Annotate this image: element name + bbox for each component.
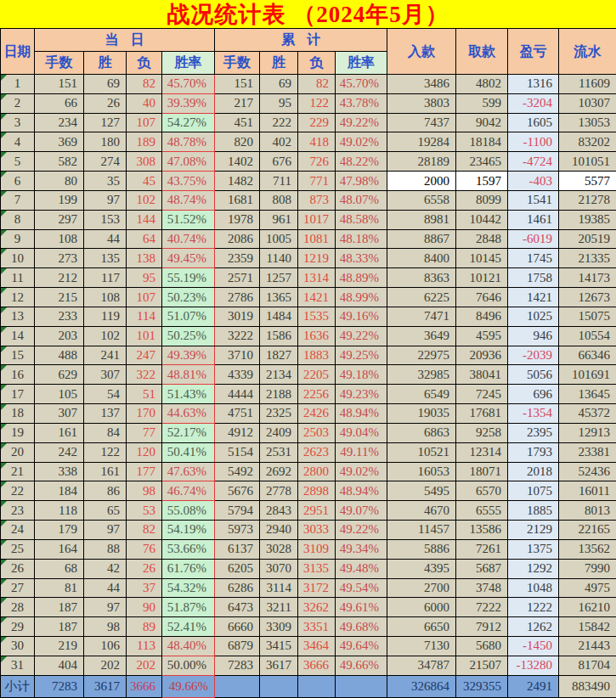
cell-withdraw[interactable]: 599: [456, 93, 508, 113]
cell-withdraw[interactable]: 10145: [456, 249, 508, 268]
cell-turnover[interactable]: 10307: [559, 93, 616, 113]
cell-cum-winrate[interactable]: 48.33%: [336, 249, 387, 268]
cell-daily-losses[interactable]: 82: [127, 521, 162, 540]
cell-daily-wins[interactable]: 241: [84, 346, 127, 365]
cell-daily-wins[interactable]: 119: [84, 307, 127, 326]
cell-withdraw[interactable]: 1597: [456, 172, 508, 191]
cell-cum-wins[interactable]: [260, 675, 298, 697]
cell-pnl[interactable]: -6019: [508, 229, 559, 249]
cell-withdraw[interactable]: 7646: [456, 288, 508, 307]
cell-pnl[interactable]: -4724: [508, 152, 559, 172]
cell-cum-wins[interactable]: 1005: [260, 229, 298, 249]
cell-deposit[interactable]: 10521: [387, 442, 456, 462]
cell-turnover[interactable]: 13053: [559, 113, 616, 132]
cell-cum-wins[interactable]: 1586: [260, 326, 298, 346]
cell-pnl[interactable]: -2039: [508, 346, 559, 365]
cell-cum-losses[interactable]: 2898: [298, 481, 336, 501]
cell-cum-wins[interactable]: 2188: [260, 385, 298, 404]
cell-subtotal-label[interactable]: 小计: [1, 675, 35, 697]
cell-daily-hands[interactable]: 629: [35, 365, 84, 385]
cell-daily-wins[interactable]: 44: [84, 578, 127, 598]
cell-cum-winrate[interactable]: 49.22%: [336, 326, 387, 346]
cell-daily-losses[interactable]: 177: [127, 462, 162, 481]
cell-turnover[interactable]: 83202: [559, 132, 616, 152]
cell-withdraw[interactable]: 38041: [456, 365, 508, 385]
cell-deposit[interactable]: 7130: [387, 637, 456, 656]
cell-daily-hands[interactable]: 369: [35, 132, 84, 152]
cell-cum-hands[interactable]: 4751: [215, 404, 260, 424]
cell-cum-wins[interactable]: 1365: [260, 288, 298, 307]
cell-daily-winrate[interactable]: 44.63%: [162, 404, 215, 424]
cell-deposit[interactable]: 8400: [387, 249, 456, 268]
cell-daily-losses[interactable]: 308: [127, 152, 162, 172]
cell-cum-wins[interactable]: 711: [260, 172, 298, 191]
cell-daily-losses[interactable]: 76: [127, 539, 162, 559]
cell-withdraw[interactable]: 23465: [456, 152, 508, 172]
cell-cum-winrate[interactable]: 49.64%: [336, 637, 387, 656]
cell-cum-losses[interactable]: 3172: [298, 578, 336, 598]
cell-withdraw[interactable]: 17681: [456, 404, 508, 424]
cell-cum-hands[interactable]: 4444: [215, 385, 260, 404]
cell-cum-hands[interactable]: 6660: [215, 617, 260, 637]
cell-cum-hands[interactable]: 2786: [215, 288, 260, 307]
cell-pnl[interactable]: 2018: [508, 462, 559, 481]
cell-daily-losses[interactable]: 53: [127, 501, 162, 521]
cell-daily-losses[interactable]: 90: [127, 598, 162, 617]
cell-daily-losses[interactable]: 102: [127, 190, 162, 210]
cell-daily-wins[interactable]: 84: [84, 423, 127, 442]
cell-deposit[interactable]: 7437: [387, 113, 456, 132]
cell-withdraw[interactable]: 2848: [456, 229, 508, 249]
cell-date[interactable]: 6: [1, 172, 35, 191]
cell-withdraw[interactable]: 18071: [456, 462, 508, 481]
cell-cum-wins[interactable]: 2778: [260, 481, 298, 501]
cell-turnover[interactable]: 10554: [559, 326, 616, 346]
cell-cum-losses[interactable]: 3262: [298, 598, 336, 617]
cell-cum-losses[interactable]: 3109: [298, 539, 336, 559]
cell-daily-winrate[interactable]: 61.76%: [162, 559, 215, 578]
cell-deposit[interactable]: 326864: [387, 675, 456, 697]
cell-date[interactable]: 5: [1, 152, 35, 172]
cell-date[interactable]: 12: [1, 288, 35, 307]
cell-cum-winrate[interactable]: 49.02%: [336, 132, 387, 152]
cell-daily-winrate[interactable]: 54.32%: [162, 578, 215, 598]
cell-withdraw[interactable]: 4595: [456, 326, 508, 346]
cell-date[interactable]: 19: [1, 423, 35, 442]
cell-cum-winrate[interactable]: 49.22%: [336, 521, 387, 540]
cell-pnl[interactable]: 1048: [508, 578, 559, 598]
cell-cum-winrate[interactable]: 49.34%: [336, 539, 387, 559]
cell-daily-winrate[interactable]: 51.43%: [162, 385, 215, 404]
cell-daily-hands[interactable]: 66: [35, 93, 84, 113]
cell-deposit[interactable]: 11457: [387, 521, 456, 540]
cell-date[interactable]: 15: [1, 346, 35, 365]
cell-date[interactable]: 30: [1, 637, 35, 656]
cell-deposit[interactable]: 28189: [387, 152, 456, 172]
cell-daily-winrate[interactable]: 49.66%: [162, 675, 215, 697]
cell-daily-wins[interactable]: 88: [84, 539, 127, 559]
cell-daily-hands[interactable]: 203: [35, 326, 84, 346]
cell-cum-winrate[interactable]: 48.89%: [336, 268, 387, 288]
cell-cum-winrate[interactable]: 49.22%: [336, 113, 387, 132]
cell-cum-winrate[interactable]: 49.25%: [336, 346, 387, 365]
cell-deposit[interactable]: 3649: [387, 326, 456, 346]
cell-turnover[interactable]: 4975: [559, 578, 616, 598]
cell-daily-losses[interactable]: 114: [127, 307, 162, 326]
cell-withdraw[interactable]: 10121: [456, 268, 508, 288]
cell-deposit[interactable]: 19035: [387, 404, 456, 424]
cell-date[interactable]: 8: [1, 210, 35, 229]
cell-pnl[interactable]: 2395: [508, 423, 559, 442]
cell-daily-winrate[interactable]: 47.08%: [162, 152, 215, 172]
cell-daily-losses[interactable]: 322: [127, 365, 162, 385]
cell-cum-hands[interactable]: 7283: [215, 656, 260, 675]
cell-daily-hands[interactable]: 161: [35, 423, 84, 442]
cell-cum-winrate[interactable]: 48.22%: [336, 152, 387, 172]
cell-cum-winrate[interactable]: 49.04%: [336, 423, 387, 442]
cell-cum-losses[interactable]: 1017: [298, 210, 336, 229]
cell-cum-hands[interactable]: 820: [215, 132, 260, 152]
cell-date[interactable]: 20: [1, 442, 35, 462]
cell-pnl[interactable]: 1885: [508, 501, 559, 521]
cell-date[interactable]: 21: [1, 462, 35, 481]
cell-cum-winrate[interactable]: 43.78%: [336, 93, 387, 113]
cell-cum-losses[interactable]: 3464: [298, 637, 336, 656]
cell-daily-losses[interactable]: 64: [127, 229, 162, 249]
cell-cum-hands[interactable]: 2571: [215, 268, 260, 288]
